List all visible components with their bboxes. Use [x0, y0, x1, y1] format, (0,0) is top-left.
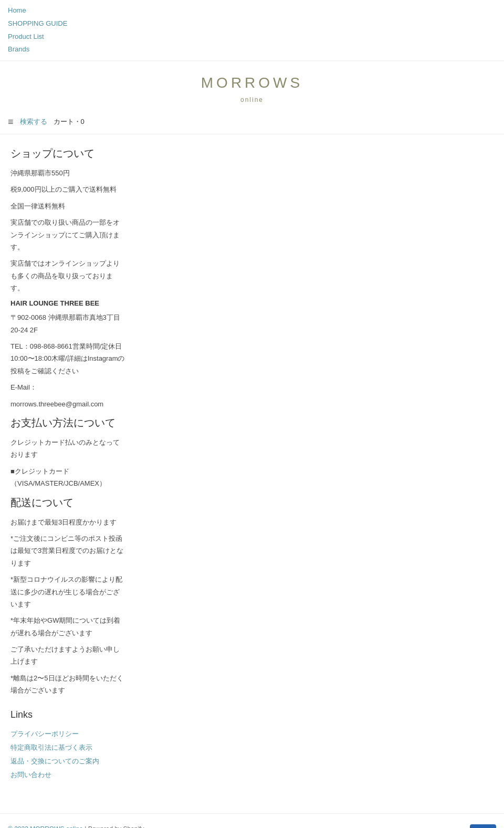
shipping-desc5: ご了承いただけますようお願い申し上げます	[10, 643, 126, 668]
about-price: 沖縄県那覇市550円	[10, 167, 126, 179]
about-title: ショップについて	[10, 145, 126, 162]
link-privacy[interactable]: プライバシーポリシー	[10, 727, 126, 741]
nav-item-shopping-guide[interactable]: SHOPPING GUIDE	[8, 18, 496, 29]
top-bar: ≡ 検索する カート・0	[0, 110, 504, 134]
site-subtitle: online	[0, 95, 504, 105]
shipping-desc4: *年末年始やGW期間については到着が遅れる場合がございます	[10, 614, 126, 639]
page-content: ショップについて 沖縄県那覇市550円 税9,000円以上のご購入で送料無料 全…	[0, 134, 504, 792]
shop-name: HAIR LOUNGE THREE BEE	[10, 298, 126, 309]
links-title: Links	[10, 707, 126, 722]
nav-item-brands[interactable]: Brands	[8, 44, 496, 55]
nav-item-home[interactable]: Home	[8, 5, 496, 16]
sidebar: ショップについて 沖縄県那覇市550円 税9,000円以上のご購入で送料無料 全…	[0, 134, 136, 792]
payment-desc1: クレジットカード払いのみとなっております	[10, 436, 126, 461]
payment-section: お支払い方法について クレジットカード払いのみとなっております ■クレジットカー…	[10, 414, 126, 490]
payment-title: お支払い方法について	[10, 414, 126, 431]
site-title: MORROWS	[0, 71, 504, 95]
link-returns[interactable]: 返品・交換についてのご案内	[10, 754, 126, 768]
about-section: ショップについて 沖縄県那覇市550円 税9,000円以上のご購入で送料無料 全…	[10, 145, 126, 410]
payment-desc2: ■クレジットカード（VISA/MASTER/JCB/AMEX）	[10, 465, 126, 490]
about-free-ship: 税9,000円以上のご購入で送料無料	[10, 183, 126, 195]
shipping-desc2: *ご注文後にコンビニ等のポスト投函は最短で3営業日程度でのお届けとなります	[10, 532, 126, 569]
about-desc2: 実店舗ではオンラインショップよりも多くの商品を取り扱っております。	[10, 257, 126, 294]
links-section: Links プライバシーポリシー 特定商取引法に基づく表示 返品・交換についての…	[10, 707, 126, 782]
shipping-title: 配送について	[10, 494, 126, 511]
shop-email-label: E-Mail：	[10, 381, 126, 393]
payment-icons: AMEX Apple Pay G Pay JCB oPay VISA	[470, 824, 496, 828]
site-header: MORROWS online	[0, 60, 504, 110]
shop-email: morrows.threebee@gmail.com	[10, 398, 126, 410]
about-nationwide: 全国一律送料無料	[10, 200, 126, 212]
main-area	[136, 134, 504, 792]
shipping-section: 配送について お届けまで最短3日程度かかります *ご注文後にコンビニ等のポスト投…	[10, 494, 126, 697]
link-contact[interactable]: お問い合わせ	[10, 768, 126, 782]
main-nav: HomeSHOPPING GUIDEProduct ListBrands	[0, 0, 504, 60]
shipping-desc6: *離島は2〜5日ほどお時間をいただく場合がございます	[10, 672, 126, 697]
shop-tel: TEL：098-868-8661営業時間/定休日10:00〜18:00木曜/詳細…	[10, 340, 126, 377]
about-desc1: 実店舗での取り扱い商品の一部をオンラインショップにてご購入頂けます。	[10, 216, 126, 253]
amex-icon: AMEX	[470, 824, 496, 828]
page-footer: © 2023 MORROWS online | Powered by Shopi…	[0, 813, 504, 828]
search-link[interactable]: 検索する	[20, 117, 47, 128]
link-tokushoho[interactable]: 特定商取引法に基づく表示	[10, 741, 126, 754]
nav-item-product-list[interactable]: Product List	[8, 32, 496, 43]
cart-count[interactable]: カート・0	[54, 117, 85, 128]
shop-address: 〒902-0068 沖縄県那覇市真地3丁目20-24 2F	[10, 311, 126, 336]
menu-icon[interactable]: ≡	[8, 114, 14, 130]
copyright: © 2023 MORROWS online | Powered by Shopi…	[8, 824, 144, 828]
powered-by: | Powered by Shopify	[83, 825, 144, 828]
shipping-desc3: *新型コロナウイルスの影響により配送に多少の遅れが生じる場合がございます	[10, 573, 126, 610]
shipping-desc1: お届けまで最短3日程度かかります	[10, 516, 126, 528]
copyright-link[interactable]: © 2023 MORROWS online	[8, 825, 83, 828]
